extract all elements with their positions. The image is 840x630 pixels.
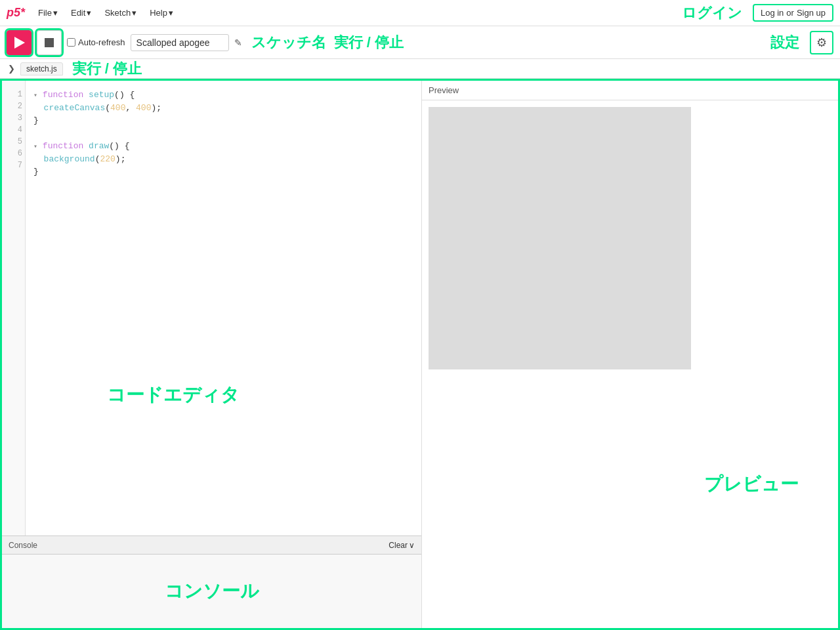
right-panel: Preview プレビュー: [422, 81, 838, 628]
code-line-6: background(220);: [33, 153, 413, 166]
play-icon: [14, 37, 25, 49]
console-label: コンソール: [165, 579, 259, 604]
line-num-6: 6: [5, 148, 22, 159]
sketch-name-input[interactable]: [131, 34, 229, 51]
toolbar: Auto-refresh ✎ スケッチ名 実行 / 停止 設定 ⚙: [0, 26, 840, 59]
preview-canvas-area: [422, 100, 838, 628]
line-num-7: 7: [5, 159, 22, 171]
code-line-3: }: [33, 114, 413, 127]
gear-icon: ⚙: [816, 35, 827, 50]
collapse-button[interactable]: ❯: [5, 62, 18, 75]
p5-logo: p5*: [7, 6, 25, 20]
autorefresh-checkbox[interactable]: [67, 38, 75, 47]
login-label: ログイン: [682, 3, 742, 23]
login-button[interactable]: Log in: [761, 8, 784, 18]
code-line-4: [33, 127, 413, 140]
canvas-preview: [429, 107, 691, 369]
console-header: Console Clear ∨: [2, 536, 421, 555]
preview-tab-header: Preview: [422, 81, 838, 100]
code-line-2: createCanvas(400, 400);: [33, 102, 413, 115]
sketch-name-label: スケッチ名: [251, 33, 326, 52]
line-num-5: 5: [5, 136, 22, 148]
code-line-5: ▾ function draw() {: [33, 140, 413, 153]
preview-tab-label: Preview: [429, 85, 459, 95]
run-stop-label-tabs: 実行 / 停止: [72, 59, 142, 79]
menu-help[interactable]: Help ▾: [144, 5, 178, 20]
line-num-1: 1: [5, 89, 22, 100]
stop-button[interactable]: [37, 30, 62, 55]
file-tabs-bar: ❯ sketch.js 実行 / 停止: [0, 59, 840, 79]
console-clear-button[interactable]: Clear ∨: [388, 541, 415, 550]
settings-label: 設定: [770, 33, 799, 52]
menu-bar: p5* File ▾ Edit ▾ Sketch ▾ Help ▾ ログイン L…: [0, 0, 840, 26]
autorefresh-area: Auto-refresh: [67, 37, 125, 47]
editor-label: コードエディタ: [107, 383, 240, 410]
autorefresh-label: Auto-refresh: [78, 37, 125, 47]
line-num-2: 2: [5, 100, 22, 112]
filetab-sketchjs[interactable]: sketch.js: [20, 62, 63, 75]
signup-button[interactable]: Sign up: [797, 8, 826, 18]
settings-button[interactable]: ⚙: [810, 31, 833, 54]
line-num-3: 3: [5, 112, 22, 124]
console-area: Console Clear ∨ コンソール: [2, 536, 421, 628]
code-line-1: ▾ function setup() {: [33, 89, 413, 102]
console-title: Console: [9, 541, 37, 550]
code-line-7: }: [33, 165, 413, 178]
menu-file[interactable]: File ▾: [33, 5, 63, 20]
play-button[interactable]: [7, 30, 32, 55]
main-area: 1 2 3 4 5 6 7 ▾ function setup() { creat…: [0, 79, 840, 630]
run-stop-label: 実行 / 停止: [334, 33, 404, 52]
left-panel: 1 2 3 4 5 6 7 ▾ function setup() { creat…: [2, 81, 422, 628]
editor-area[interactable]: 1 2 3 4 5 6 7 ▾ function setup() { creat…: [2, 81, 421, 536]
stop-icon: [45, 38, 54, 47]
login-signup-area: Log in or Sign up: [753, 4, 833, 22]
menu-edit[interactable]: Edit ▾: [66, 5, 96, 20]
login-area: ログイン Log in or Sign up: [682, 3, 833, 23]
console-body: コンソール: [2, 555, 421, 628]
line-num-4: 4: [5, 124, 22, 136]
line-numbers: 1 2 3 4 5 6 7: [2, 81, 26, 536]
code-editor[interactable]: ▾ function setup() { createCanvas(400, 4…: [26, 81, 421, 536]
menu-sketch[interactable]: Sketch ▾: [99, 5, 142, 20]
sketch-name-edit-icon: ✎: [234, 37, 242, 48]
